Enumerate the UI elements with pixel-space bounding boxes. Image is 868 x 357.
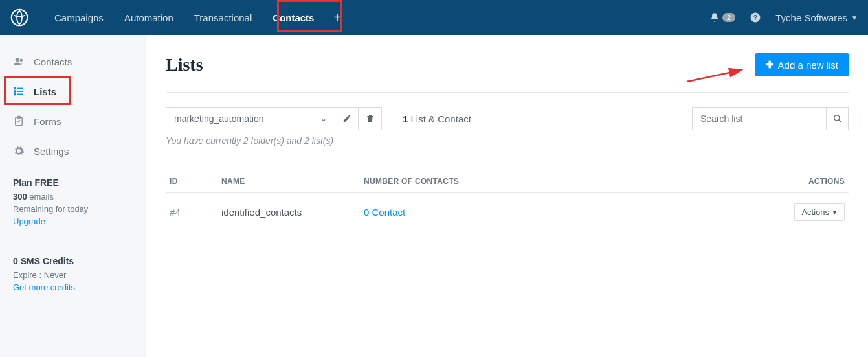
brand-logo[interactable] xyxy=(10,8,28,27)
header-name: NAME xyxy=(221,177,364,186)
add-list-label: Add a new list xyxy=(778,60,838,71)
svg-point-3 xyxy=(16,58,19,62)
nav-add-icon[interactable]: + xyxy=(324,0,350,35)
upgrade-link[interactable]: Upgrade xyxy=(13,216,45,226)
nav-transactional[interactable]: Transactional xyxy=(184,0,263,35)
help-button[interactable]: ? xyxy=(750,12,761,23)
page-title: Lists xyxy=(166,54,203,75)
search-button[interactable] xyxy=(827,107,849,130)
svg-point-4 xyxy=(20,59,23,62)
nav-items: Campaigns Automation Transactional Conta… xyxy=(44,0,350,35)
add-list-button[interactable]: ✚ Add a new list xyxy=(755,53,849,76)
pencil-icon xyxy=(342,114,351,123)
notifications-button[interactable]: 2 xyxy=(709,12,735,23)
folder-info-text: You have currently 2 folder(s) and 2 lis… xyxy=(166,135,849,146)
sms-title: 0 SMS Credits xyxy=(13,256,133,266)
sidebar-item-label: Lists xyxy=(34,86,56,97)
sms-info: 0 SMS Credits Expire : Never Get more cr… xyxy=(0,244,146,292)
sidebar-item-settings[interactable]: Settings xyxy=(0,136,146,166)
nav-contacts[interactable]: Contacts xyxy=(262,0,324,35)
sidebar: Contacts Lists Forms Settings Plan FREE … xyxy=(0,35,146,357)
bell-icon xyxy=(709,12,720,23)
notifications-badge: 2 xyxy=(722,13,735,22)
gear-icon xyxy=(13,145,25,157)
users-icon xyxy=(13,56,25,67)
table-header: ID NAME NUMBER OF CONTACTS ACTIONS xyxy=(166,170,849,193)
nav-campaigns[interactable]: Campaigns xyxy=(44,0,114,35)
header-actions: ACTIONS xyxy=(793,177,845,186)
help-icon: ? xyxy=(750,12,761,23)
actions-label: Actions xyxy=(801,207,829,217)
svg-line-14 xyxy=(838,120,841,122)
table-row: #4 identified_contacts 0 Contact Actions… xyxy=(166,193,849,231)
caret-down-icon: ▼ xyxy=(832,209,838,216)
search-input[interactable] xyxy=(692,107,827,130)
clipboard-icon xyxy=(13,115,25,127)
plan-info: Plan FREE 300 emails Remaining for today… xyxy=(0,166,146,226)
list-count-label: 1 List & Contact xyxy=(403,113,471,124)
search-icon xyxy=(833,114,842,123)
svg-point-10 xyxy=(14,93,16,95)
nav-automation[interactable]: Automation xyxy=(114,0,184,35)
svg-text:?: ? xyxy=(753,14,757,21)
header-id: ID xyxy=(170,177,221,186)
svg-point-8 xyxy=(14,87,16,89)
contact-count-link[interactable]: 0 Contact xyxy=(364,207,405,218)
account-name: Tyche Softwares xyxy=(775,12,847,23)
lists-table: ID NAME NUMBER OF CONTACTS ACTIONS #4 id… xyxy=(166,170,849,231)
sidebar-item-lists[interactable]: Lists xyxy=(0,76,146,106)
list-icon xyxy=(13,86,25,97)
folder-selected-value: marketing_automation xyxy=(174,113,264,124)
delete-folder-button[interactable] xyxy=(359,107,382,130)
top-navigation: Campaigns Automation Transactional Conta… xyxy=(0,0,868,35)
account-menu[interactable]: Tyche Softwares ▼ xyxy=(775,12,858,23)
svg-point-13 xyxy=(834,115,839,121)
trash-icon xyxy=(366,114,375,123)
sidebar-item-label: Contacts xyxy=(34,56,72,67)
plus-icon: ✚ xyxy=(766,59,774,71)
plan-emails: 300 emails xyxy=(13,192,133,202)
sidebar-item-forms[interactable]: Forms xyxy=(0,106,146,136)
chevron-down-icon: ▼ xyxy=(851,14,858,21)
get-credits-link[interactable]: Get more credits xyxy=(13,282,75,292)
sms-expire: Expire : Never xyxy=(13,270,133,280)
edit-folder-button[interactable] xyxy=(335,107,359,130)
folder-select[interactable]: marketing_automation ⌄ xyxy=(166,107,335,130)
cell-name: identified_contacts xyxy=(221,207,364,218)
cell-id: #4 xyxy=(170,207,221,218)
main-content: Lists ✚ Add a new list marketing_automat… xyxy=(146,35,868,357)
sidebar-item-contacts[interactable]: Contacts xyxy=(0,47,146,76)
cell-count: 0 Contact xyxy=(364,207,793,218)
row-actions-button[interactable]: Actions ▼ xyxy=(794,203,845,221)
svg-point-9 xyxy=(14,91,16,92)
header-count: NUMBER OF CONTACTS xyxy=(364,177,793,186)
plan-title: Plan FREE xyxy=(13,178,133,188)
sidebar-item-label: Forms xyxy=(34,116,61,127)
chevron-down-icon: ⌄ xyxy=(320,114,327,123)
plan-remaining: Remaining for today xyxy=(13,204,133,214)
sidebar-item-label: Settings xyxy=(34,146,69,157)
